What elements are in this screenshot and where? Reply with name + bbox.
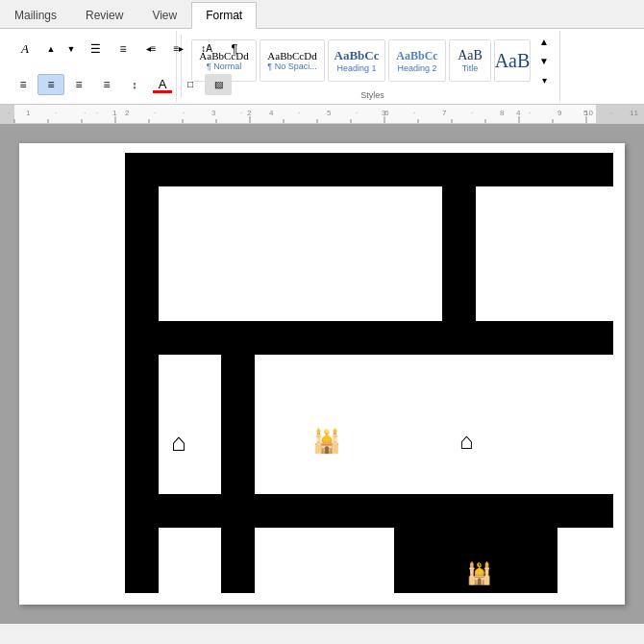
svg-rect-63 [125, 494, 159, 593]
svg-text:·: · [610, 109, 612, 117]
font-type-btn[interactable]: A [10, 38, 40, 60]
document-area: ⌂ 🕌 ⌂ 🕌 [0, 124, 644, 624]
toolbar-group-font: A ▲ ▼ ☰ ≡ ◂≡ ≡▸ ↕A ¶ ≡ ≡ ≡ ≡ ↕ A □ ▨ [4, 31, 177, 102]
ribbon: A ▲ ▼ ☰ ≡ ◂≡ ≡▸ ↕A ¶ ≡ ≡ ≡ ≡ ↕ A □ ▨ [0, 29, 644, 105]
style-title-btn[interactable]: AaB Title [449, 39, 491, 82]
styles-label: Styles [360, 90, 384, 100]
style-normal-btn[interactable]: AaBbCcDd ¶ Normal [191, 39, 257, 82]
svg-text:3: 3 [211, 109, 216, 117]
style-heading1-btn[interactable]: AaBbCc Heading 1 [328, 39, 385, 82]
toolbar-group-styles: AaBbCcDd ¶ Normal AaBbCcDd ¶ No Spaci...… [186, 31, 560, 102]
svg-text:9: 9 [557, 109, 562, 117]
svg-text:·: · [96, 109, 98, 117]
list-num-btn[interactable]: ≡ [110, 38, 136, 60]
svg-text:·: · [183, 109, 185, 117]
svg-rect-53 [221, 321, 255, 593]
style-nospacing-btn[interactable]: AaBbCcDd ¶ No Spaci... [260, 39, 325, 82]
svg-text:6: 6 [384, 109, 389, 117]
svg-text:·: · [413, 109, 415, 117]
svg-rect-56 [442, 153, 476, 321]
house-icon-1: ⌂ [171, 428, 186, 457]
tab-review[interactable]: Review [71, 1, 137, 28]
svg-text:·: · [84, 109, 86, 117]
align-justify-btn[interactable]: ≡ [93, 74, 120, 95]
svg-text:1: 1 [112, 109, 117, 117]
svg-text:4: 4 [516, 109, 521, 117]
svg-rect-64 [394, 557, 509, 593]
house-icon-2: ⌂ [459, 428, 474, 454]
svg-rect-57 [557, 153, 613, 186]
line-spacing-btn[interactable]: ↕ [121, 74, 148, 95]
map-canvas[interactable]: ⌂ 🕌 ⌂ 🕌 [29, 153, 613, 593]
font-size-dn-btn[interactable]: ▼ [62, 40, 81, 58]
tab-view[interactable]: View [137, 1, 191, 28]
tab-format[interactable]: Format [191, 2, 257, 29]
svg-text:·: · [356, 109, 358, 117]
svg-text:5: 5 [327, 109, 332, 117]
svg-text:1: 1 [26, 109, 31, 117]
styles-scroll-up[interactable]: ▲ [534, 33, 554, 50]
svg-text:2: 2 [247, 109, 252, 117]
align-right-btn[interactable]: ≡ [65, 74, 92, 95]
align-left-btn[interactable]: ≡ [10, 74, 37, 95]
highlight-btn[interactable]: A [149, 74, 176, 95]
svg-rect-61 [557, 494, 613, 528]
svg-rect-58 [557, 321, 613, 355]
mosque-icon-2: 🕌 [466, 560, 493, 586]
svg-text:10: 10 [584, 109, 593, 117]
svg-text:2: 2 [125, 109, 130, 117]
svg-text:7: 7 [442, 109, 447, 117]
svg-text:·: · [154, 109, 156, 117]
tab-bar: Mailings Review View Format [0, 0, 644, 29]
svg-text:·: · [55, 109, 57, 117]
style-extra-btn[interactable]: AaB [494, 39, 531, 82]
list-bullet-btn[interactable]: ☰ [82, 38, 109, 60]
svg-rect-54 [125, 321, 557, 355]
svg-text:4: 4 [269, 109, 274, 117]
styles-scroll-down[interactable]: ▼ [534, 52, 554, 69]
svg-text:·: · [471, 109, 473, 117]
svg-text:·: · [8, 109, 10, 117]
svg-text:·: · [529, 109, 531, 117]
ruler: 1 2 3 4 5 · 1 · · · [0, 105, 644, 124]
align-center-btn[interactable]: ≡ [37, 74, 64, 95]
styles-expand[interactable]: ▾ [534, 71, 554, 88]
tab-mailings[interactable]: Mailings [0, 1, 71, 28]
font-size-up-btn[interactable]: ▲ [41, 40, 61, 58]
style-heading2-btn[interactable]: AaBbCc Heading 2 [388, 39, 446, 82]
indent-less-btn[interactable]: ◂≡ [137, 38, 164, 60]
document-page: ⌂ 🕌 ⌂ 🕌 [19, 143, 625, 605]
svg-text:8: 8 [500, 109, 505, 117]
mosque-icon-1: 🕌 [312, 427, 341, 455]
svg-text:·: · [298, 109, 300, 117]
svg-text:·: · [240, 109, 242, 117]
svg-text:11: 11 [630, 109, 638, 117]
